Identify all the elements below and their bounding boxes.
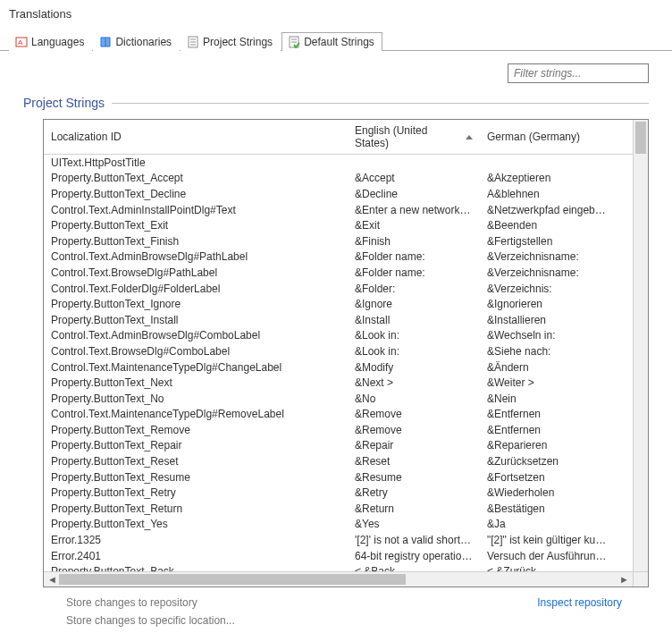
default-strings-icon (288, 36, 300, 48)
table-row[interactable]: Control.Text.BrowseDlg#PathLabel&Folder … (44, 265, 648, 281)
cell-en: &Next > (348, 376, 480, 389)
cell-de: &Verzeichnisname: (480, 250, 614, 263)
scroll-right-icon[interactable]: ► (619, 574, 629, 585)
cell-en: &Look in: (348, 345, 480, 358)
cell-de: &Installieren (480, 314, 614, 326)
tab-dictionaries[interactable]: Dictionaries (93, 32, 180, 51)
table-row[interactable]: Control.Text.AdminInstallPointDlg#Text&E… (44, 202, 648, 218)
cell-id: Control.Text.MaintenanceTypeDlg#RemoveLa… (44, 408, 348, 420)
cell-de: &Verzeichnisname: (480, 266, 614, 279)
table-row[interactable]: Property.ButtonText_Remove&Remove&Entfer… (44, 422, 648, 438)
column-header-en[interactable]: English (United States) (348, 120, 480, 154)
tab-languages[interactable]: A Languages (9, 32, 92, 51)
cell-id: Property.ButtonText_Accept (44, 172, 348, 184)
cell-de: &Ja (480, 518, 614, 530)
cell-id: Control.Text.MaintenanceTypeDlg#ChangeLa… (44, 361, 348, 374)
cell-de: &Bestätigen (480, 502, 614, 515)
cell-de: &Entfernen (480, 408, 614, 420)
cell-de: &Reparieren (480, 439, 614, 452)
store-to-location-link[interactable]: Store changes to specific location... (66, 614, 235, 627)
cell-de: Versuch der Ausführung .. (480, 550, 614, 562)
cell-en: &Modify (348, 361, 480, 374)
scrollbar-thumb[interactable] (635, 122, 646, 154)
table-row[interactable]: Property.ButtonText_Resume&Resume&Fortse… (44, 469, 648, 485)
cell-id: Property.ButtonText_Reset (44, 455, 348, 468)
table-row[interactable]: Property.ButtonText_Install&Install&Inst… (44, 312, 648, 328)
tabstrip: A Languages Dictionaries Project Strings… (0, 30, 672, 51)
cell-id: Property.ButtonText_Exit (44, 219, 348, 232)
cell-en: &Folder name: (348, 266, 480, 279)
table-row[interactable]: Property.ButtonText_Decline&DeclineA&ble… (44, 186, 648, 202)
column-header-id[interactable]: Localization ID (44, 120, 348, 154)
cell-en: &Accept (348, 172, 480, 184)
store-to-repo-link[interactable]: Store changes to repository (66, 596, 235, 609)
cell-de: &Netzwerkpfad eingeben (480, 204, 614, 216)
scroll-left-icon[interactable]: ◄ (47, 574, 57, 585)
horizontal-scrollbar[interactable]: ◄ ► (44, 571, 633, 587)
table-row[interactable]: UIText.HttpPostTitle (44, 155, 648, 171)
table-row[interactable]: Property.ButtonText_Repair&Repair&Repari… (44, 438, 648, 454)
cell-en: &Enter a new network loc... (348, 204, 480, 216)
sort-ascending-icon (466, 135, 473, 139)
tab-default-strings[interactable]: Default Strings (281, 32, 382, 51)
table-row[interactable]: Control.Text.BrowseDlg#ComboLabel&Look i… (44, 343, 648, 359)
section-title: Project Strings (23, 96, 649, 110)
cell-de: &Akzeptieren (480, 172, 614, 184)
table-row[interactable]: Property.ButtonText_Next&Next >&Weiter > (44, 375, 648, 391)
table-row[interactable]: Property.ButtonText_Reset&Reset&Zurückse… (44, 453, 648, 469)
scrollbar-thumb-h[interactable] (59, 574, 406, 585)
table-row[interactable]: Property.ButtonText_Ignore&Ignore&Ignori… (44, 296, 648, 312)
cell-en: &Exit (348, 219, 480, 232)
column-header-en-label: English (United States) (355, 124, 462, 149)
table-row[interactable]: Error.240164-bit registry operation ...V… (44, 548, 648, 564)
section-title-text: Project Strings (23, 96, 105, 110)
cell-de: &Fortsetzen (480, 471, 614, 484)
table-row[interactable]: Property.ButtonText_Yes&Yes&Ja (44, 517, 648, 533)
cell-de: &Ignorieren (480, 298, 614, 310)
cell-de: &Weiter > (480, 376, 614, 389)
cell-id: Property.ButtonText_Install (44, 314, 348, 326)
cell-en: &Look in: (348, 329, 480, 342)
tab-project-strings[interactable]: Project Strings (181, 32, 281, 51)
table-row[interactable]: Control.Text.FolderDlg#FolderLabel&Folde… (44, 281, 648, 297)
table-row[interactable]: Control.Text.AdminBrowseDlg#ComboLabel&L… (44, 328, 648, 344)
table-row[interactable]: Control.Text.AdminBrowseDlg#PathLabel&Fo… (44, 249, 648, 266)
grid-body: UIText.HttpPostTitleProperty.ButtonText_… (44, 155, 648, 587)
table-row[interactable]: Property.ButtonText_Exit&Exit&Beenden (44, 217, 648, 233)
filter-input[interactable] (508, 63, 649, 83)
tab-label: Languages (31, 36, 84, 48)
dictionaries-icon (99, 36, 112, 48)
cell-en: &Decline (348, 188, 480, 200)
cell-en: 64-bit registry operation ... (348, 550, 480, 562)
cell-de: &Verzeichnis: (480, 283, 614, 295)
cell-en: &Remove (348, 424, 480, 436)
cell-en: &Install (348, 314, 480, 326)
cell-de: &Zurücksetzen (480, 455, 614, 468)
cell-id: Error.1325 (44, 534, 348, 546)
table-row[interactable]: Property.ButtonText_Finish&Finish&Fertig… (44, 233, 648, 249)
tab-label: Dictionaries (115, 36, 172, 48)
cell-id: Property.ButtonText_Finish (44, 235, 348, 248)
table-row[interactable]: Property.ButtonText_Return&Return&Bestät… (44, 501, 648, 517)
cell-en: &Remove (348, 408, 480, 420)
cell-de: "[2]" ist kein gültiger kurz.. (480, 534, 614, 546)
cell-en: &Ignore (348, 298, 480, 310)
cell-de: &Ändern (480, 361, 614, 374)
strings-grid: Localization ID English (United States) … (43, 119, 649, 587)
languages-icon: A (15, 36, 28, 48)
table-row[interactable]: Property.ButtonText_Accept&Accept&Akzept… (44, 171, 648, 187)
inspect-repo-link[interactable]: Inspect repository (537, 596, 649, 627)
table-row[interactable]: Control.Text.MaintenanceTypeDlg#RemoveLa… (44, 407, 648, 423)
cell-de: &Fertigstellen (480, 235, 614, 248)
cell-de: &Nein (480, 392, 614, 405)
table-row[interactable]: Error.1325'[2]' is not a valid short fil… (44, 532, 648, 548)
cell-id: Control.Text.AdminBrowseDlg#PathLabel (44, 250, 348, 263)
table-row[interactable]: Property.ButtonText_Retry&Retry&Wiederho… (44, 485, 648, 501)
vertical-scrollbar[interactable] (633, 120, 648, 571)
cell-id: Property.ButtonText_Yes (44, 518, 348, 530)
table-row[interactable]: Control.Text.MaintenanceTypeDlg#ChangeLa… (44, 359, 648, 376)
cell-id: Property.ButtonText_Resume (44, 471, 348, 484)
tab-label: Default Strings (304, 36, 374, 48)
column-header-de[interactable]: German (Germany) (480, 120, 614, 154)
table-row[interactable]: Property.ButtonText_No&No&Nein (44, 391, 648, 407)
